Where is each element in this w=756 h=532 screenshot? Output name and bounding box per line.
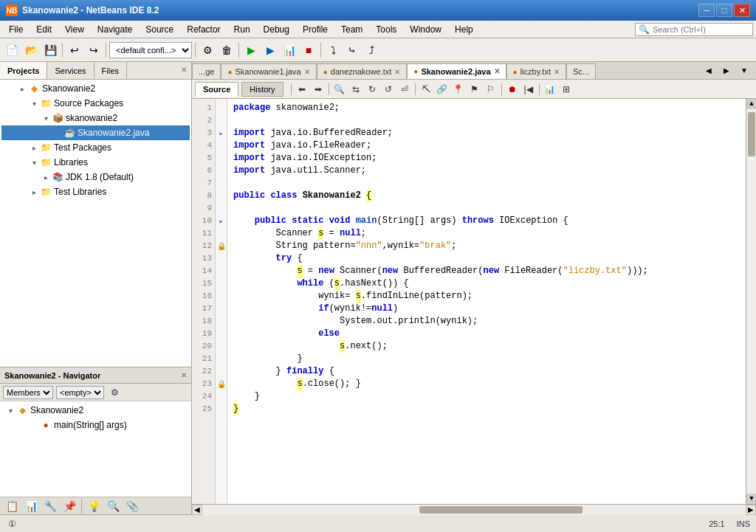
scroll-up-button[interactable]: ▲ (746, 99, 756, 109)
search-input[interactable] (653, 25, 741, 34)
tab-menu-button[interactable]: ▼ (735, 62, 753, 79)
tab-close-button[interactable]: ✕ (494, 67, 500, 75)
nav-tb-btn-7[interactable]: 📎 (123, 497, 141, 515)
src-btn-10[interactable]: ⚐ (484, 82, 498, 97)
src-btn-11[interactable]: |◀ (521, 82, 536, 97)
menu-run[interactable]: Run (228, 23, 256, 36)
src-btn-8[interactable]: 📍 (451, 82, 466, 97)
tree-item-jdk[interactable]: ▸ 📚 JDK 1.8 (Default) (1, 170, 190, 184)
stop-button[interactable]: ■ (300, 41, 317, 59)
tree-toggle[interactable]: ▸ (16, 85, 28, 93)
nav-tb-btn-3[interactable]: 🔧 (41, 497, 59, 515)
nav-tb-btn-4[interactable]: 📌 (61, 497, 78, 515)
navigator-tree[interactable]: ▾ ◆ Skanowanie2 ● main(String[] args) (0, 401, 191, 497)
src-btn-4[interactable]: ↺ (381, 82, 396, 97)
code-area[interactable]: 1 2 3 4 5 6 7 8 9 10 11 12 13 14 15 16 1… (192, 99, 756, 504)
project-tree[interactable]: ▸ ◆ Skanowanie2 ▾ 📁 Source Packages ▾ 📦 … (0, 80, 191, 367)
tab-services[interactable]: Services (47, 62, 94, 79)
tab-history[interactable]: History (241, 82, 283, 97)
menu-team[interactable]: Team (335, 23, 368, 36)
tab-right-button[interactable]: ▶ (718, 62, 735, 79)
panel-close-button[interactable]: ✕ (176, 62, 191, 77)
menu-navigate[interactable]: Navigate (92, 23, 138, 36)
menu-debug[interactable]: Debug (258, 23, 295, 36)
tab-source[interactable]: Source (195, 82, 238, 97)
tree-toggle[interactable]: ▸ (40, 173, 52, 182)
tree-item-source-packages[interactable]: ▾ 📁 Source Packages (1, 96, 190, 111)
search-box[interactable]: 🔍 (635, 23, 753, 36)
run-button[interactable]: ▶ (242, 41, 260, 59)
file-tab-liczby[interactable]: ● liczby.txt ✕ (506, 63, 566, 79)
src-btn-12[interactable]: 📊 (543, 82, 557, 97)
debug-button[interactable]: ▶ (261, 41, 279, 59)
scroll-thumb[interactable] (748, 112, 755, 156)
tree-item-skanowanie2-java[interactable]: ☕ Skanowanie2.java (1, 125, 190, 140)
tree-toggle[interactable]: ▾ (4, 407, 16, 415)
redo-button[interactable]: ↪ (85, 41, 103, 59)
tab-close-button[interactable]: ✕ (304, 68, 310, 76)
tree-toggle[interactable]: ▸ (28, 188, 40, 196)
nav-tree-item-method[interactable]: ● main(String[] args) (1, 418, 190, 432)
file-tab-ge[interactable]: ...ge (192, 63, 221, 79)
back-button[interactable]: ⬅ (295, 82, 309, 97)
tree-item-test-packages[interactable]: ▸ 📁 Test Packages (1, 140, 190, 155)
tree-item-libraries[interactable]: ▾ 📁 Libraries (1, 155, 190, 170)
menu-edit[interactable]: Edit (30, 23, 58, 36)
profile-button[interactable]: 📊 (281, 41, 298, 59)
step-out-button[interactable]: ⤴ (362, 41, 380, 59)
tree-toggle[interactable]: ▸ (28, 144, 40, 152)
file-tab-skanowanie2[interactable]: ● Skanowanie2.java ✕ (407, 63, 506, 79)
nav-tb-btn-2[interactable]: 📊 (22, 497, 40, 515)
replace-button[interactable]: ⇆ (348, 82, 363, 97)
tree-item-skanowanie2[interactable]: ▸ ◆ Skanowanie2 (1, 81, 190, 96)
tree-toggle[interactable]: ▾ (40, 114, 52, 122)
maximize-button[interactable]: □ (716, 4, 732, 17)
src-btn-3[interactable]: ↻ (365, 82, 379, 97)
tab-files[interactable]: Files (94, 62, 127, 79)
horizontal-scrollbar[interactable]: ◀ ▶ (192, 504, 756, 514)
tab-projects[interactable]: Projects (0, 62, 47, 79)
menu-view[interactable]: View (59, 23, 90, 36)
step-over-button[interactable]: ⤵ (324, 41, 342, 59)
navigator-close-button[interactable]: ✕ (181, 371, 187, 379)
src-btn-6[interactable]: ⛏ (419, 82, 433, 97)
tree-item-package[interactable]: ▾ 📦 skanowanie2 (1, 111, 190, 125)
src-btn-13[interactable]: ⊞ (559, 82, 574, 97)
menu-profile[interactable]: Profile (297, 23, 334, 36)
new-button[interactable]: 📄 (3, 41, 21, 59)
scope-select[interactable]: <empty> (56, 386, 104, 399)
menu-refactor[interactable]: Refactor (181, 23, 226, 36)
menu-file[interactable]: File (3, 23, 29, 36)
nav-tb-btn-1[interactable]: 📋 (3, 497, 21, 515)
nav-settings-button[interactable]: ⚙ (107, 385, 122, 400)
nav-tb-btn-6[interactable]: 🔍 (104, 497, 122, 515)
file-tab-sc[interactable]: Sc... (566, 63, 596, 79)
code-content[interactable]: package skanowanie2; import java.io.Buff… (227, 99, 746, 504)
step-into-button[interactable]: ⤷ (343, 41, 361, 59)
close-button[interactable]: ✕ (734, 4, 750, 17)
tree-item-test-libraries[interactable]: ▸ 📁 Test Libraries (1, 184, 190, 199)
undo-button[interactable]: ↩ (66, 41, 83, 59)
h-scroll-thumb[interactable] (419, 506, 583, 514)
nav-tree-item-class[interactable]: ▾ ◆ Skanowanie2 (1, 403, 190, 418)
config-select[interactable]: <default confi...> (109, 42, 192, 58)
menu-window[interactable]: Window (404, 23, 447, 36)
vertical-scrollbar[interactable]: ▲ ▼ (746, 99, 756, 504)
clean-button[interactable]: 🗑 (218, 41, 236, 59)
tree-toggle[interactable]: ▾ (28, 100, 40, 108)
menu-help[interactable]: Help (449, 23, 479, 36)
tab-close-button[interactable]: ✕ (394, 68, 400, 76)
find-button[interactable]: 🔍 (332, 82, 347, 97)
tab-close-button[interactable]: ✕ (554, 68, 560, 76)
src-btn-5[interactable]: ⏎ (397, 82, 412, 97)
record-button[interactable]: ⏺ (505, 82, 520, 97)
open-button[interactable]: 📂 (22, 41, 40, 59)
file-tab-skanowanie1[interactable]: ● Skanowanie1.java ✕ (221, 63, 316, 79)
forward-button[interactable]: ➡ (311, 82, 326, 97)
menu-source[interactable]: Source (140, 23, 179, 36)
scroll-down-button[interactable]: ▼ (746, 494, 756, 504)
src-btn-7[interactable]: 🔗 (435, 82, 450, 97)
menu-tools[interactable]: Tools (370, 23, 402, 36)
members-select[interactable]: Members (3, 386, 53, 399)
minimize-button[interactable]: ─ (698, 4, 715, 17)
